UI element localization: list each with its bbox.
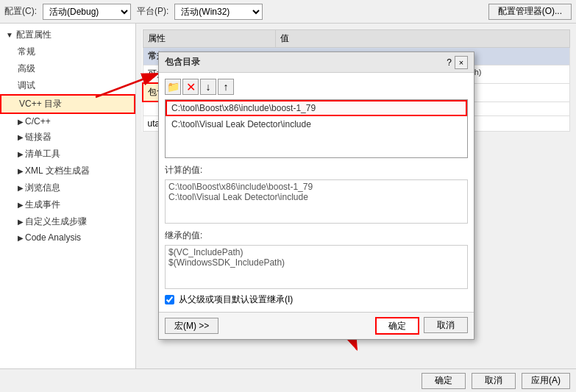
sidebar-item-cpp[interactable]: ▶C/C++	[0, 114, 135, 129]
dialog-toolbar: 📁 ✕ ↓ ↑	[165, 79, 468, 95]
code-analysis-expand-icon: ▶	[18, 234, 24, 242]
prop-col-value: 值	[275, 30, 570, 48]
sidebar-title-text: 配置属性	[16, 29, 51, 41]
computed-label: 计算的值:	[165, 164, 468, 177]
xml-expand-icon: ▶	[18, 167, 24, 175]
build-events-expand-icon: ▶	[18, 201, 24, 209]
computed-value-0: C:\tool\Boost\x86\include\boost-1_79	[168, 182, 464, 192]
inherit-checkbox-label: 从父级或项目默认设置继承(I)	[179, 293, 293, 306]
sidebar-item-manifest[interactable]: ▶清单工具	[0, 146, 135, 163]
prop-col-name: 属性	[143, 30, 275, 48]
dialog-content: 📁 ✕ ↓ ↑ C:\tool\Boost\x86\include\boost-…	[159, 73, 474, 312]
tree-expand-icon: ▼	[6, 31, 13, 39]
inherit-checkbox-row: 从父级或项目默认设置继承(I)	[165, 293, 468, 306]
dialog-title-text: 包含目录	[165, 56, 200, 68]
browse-expand-icon: ▶	[18, 184, 24, 192]
toolbar: 配置(C): 活动(Debug) 平台(P): 活动(Win32) 配置管理器(…	[0, 0, 576, 24]
manifest-expand-icon: ▶	[18, 150, 24, 158]
dialog-delete-btn[interactable]: ✕	[182, 79, 199, 95]
apply-btn-main[interactable]: 应用(A)	[522, 373, 570, 389]
sidebar-item-advanced[interactable]: 高级	[0, 60, 135, 77]
platform-select[interactable]: 活动(Win32)	[174, 4, 263, 20]
sidebar-item-general[interactable]: 常规	[0, 43, 135, 60]
inherited-value-1: $(WindowsSDK_IncludePath)	[168, 257, 464, 268]
dialog-title-bar: 包含目录 ? ×	[159, 52, 474, 73]
ok-btn-main[interactable]: 确定	[422, 373, 466, 389]
sidebar-item-debug[interactable]: 调试	[0, 77, 135, 94]
sidebar-item-code-analysis[interactable]: ▶Code Analysis	[0, 230, 135, 245]
dialog-footer: 宏(M) >> 确定 取消	[159, 312, 474, 339]
computed-value-1: C:\tool\Visual Leak Detector\include	[168, 192, 464, 202]
sidebar-item-linker[interactable]: ▶链接器	[0, 129, 135, 146]
sidebar-item-custom-build[interactable]: ▶自定义生成步骤	[0, 213, 135, 230]
sidebar-item-browse[interactable]: ▶浏览信息	[0, 179, 135, 196]
custom-build-expand-icon: ▶	[18, 218, 24, 226]
bottom-bar: 确定 取消 应用(A)	[0, 368, 576, 392]
linker-expand-icon: ▶	[18, 133, 24, 141]
platform-label: 平台(P):	[137, 5, 168, 18]
dialog-question-icon[interactable]: ?	[447, 57, 452, 68]
sidebar: ▼ 配置属性 常规 高级 调试 VC++ 目录 ▶C/C++ ▶链接器 ▶清单工…	[0, 24, 136, 368]
config-manager-btn[interactable]: 配置管理器(O)...	[488, 4, 572, 20]
macro-btn[interactable]: 宏(M) >>	[165, 318, 218, 334]
inherit-checkbox[interactable]	[165, 295, 174, 304]
sidebar-title: ▼ 配置属性	[0, 26, 135, 43]
include-list-item-1[interactable]: C:\tool\Visual Leak Detector\include	[166, 116, 467, 132]
inherited-label: 继承的值:	[165, 229, 468, 242]
include-dialog: 包含目录 ? × 📁 ✕ ↓ ↑ C:\tool\Boost\x86\inclu…	[158, 51, 474, 340]
dialog-folder-btn[interactable]: 📁	[165, 79, 181, 95]
inherited-value-0: $(VC_IncludePath)	[168, 247, 464, 257]
dialog-up-btn[interactable]: ↑	[218, 79, 234, 95]
include-listbox[interactable]: C:\tool\Boost\x86\include\boost-1_79 C:\…	[165, 99, 468, 158]
config-label: 配置(C):	[4, 5, 37, 18]
cancel-btn-main[interactable]: 取消	[472, 373, 516, 389]
dialog-cancel-btn[interactable]: 取消	[424, 317, 468, 333]
config-select[interactable]: 活动(Debug)	[43, 4, 131, 20]
sidebar-item-vc-dirs[interactable]: VC++ 目录	[0, 94, 135, 114]
dialog-close-btn[interactable]: ×	[455, 56, 468, 69]
computed-box: C:\tool\Boost\x86\include\boost-1_79 C:\…	[165, 179, 468, 224]
sidebar-item-build-events[interactable]: ▶生成事件	[0, 196, 135, 213]
cpp-expand-icon: ▶	[18, 118, 24, 126]
dialog-down-btn[interactable]: ↓	[200, 79, 216, 95]
inherited-box: $(VC_IncludePath) $(WindowsSDK_IncludePa…	[165, 245, 468, 289]
include-list-item-0[interactable]: C:\tool\Boost\x86\include\boost-1_79	[166, 100, 467, 116]
dialog-ok-btn[interactable]: 确定	[375, 317, 419, 335]
sidebar-item-xml[interactable]: ▶XML 文档生成器	[0, 163, 135, 179]
